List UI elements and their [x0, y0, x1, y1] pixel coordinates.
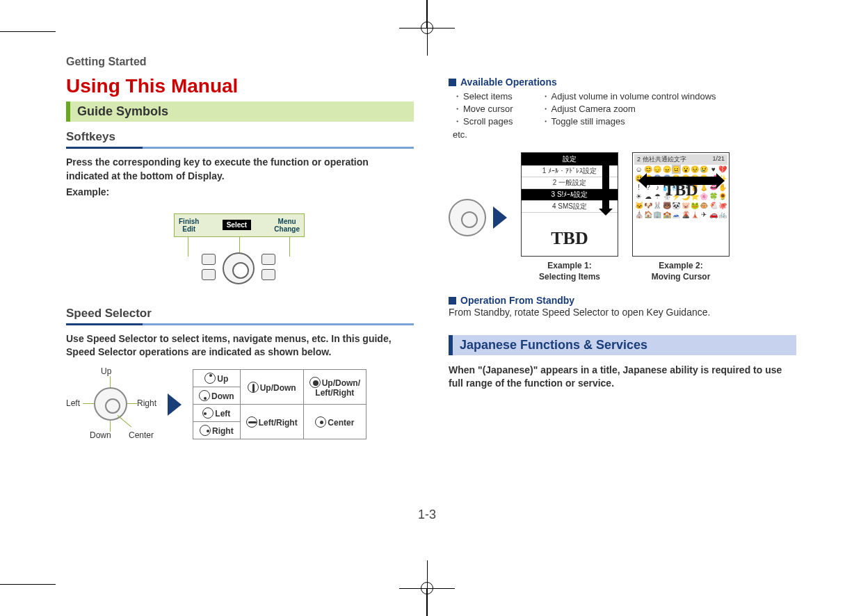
- selector-key-table: Up Up/Down Up/Down/ Left/Right Down Left…: [193, 369, 366, 439]
- japanese-functions-header: Japanese Functions & Services: [449, 335, 796, 355]
- registration-mark-bottom: [399, 560, 455, 616]
- dpad-up-icon: [204, 373, 216, 384]
- key-all: Up/Down/ Left/Right: [303, 370, 366, 405]
- key-down: Down: [193, 387, 241, 405]
- softkeys-illustration: Finish Edit Select Menu Change: [139, 204, 341, 294]
- selector-diagram: Up Down Left Right Center: [66, 366, 156, 443]
- list-item: Move cursor: [453, 103, 513, 115]
- example-1-caption: Example 1: Selecting Items: [521, 261, 618, 282]
- tbd-watermark: TBD: [522, 228, 618, 249]
- example-label: Example:: [66, 186, 414, 200]
- leader-line: [110, 421, 111, 432]
- dpad-with-arrow: [449, 199, 507, 236]
- dpad-center-icon: [315, 416, 326, 428]
- softkey-right: Menu Change: [274, 218, 300, 233]
- leader-line: [127, 403, 138, 404]
- camera-button-icon: [261, 269, 275, 280]
- dpad-icon: [449, 199, 486, 236]
- up-down-arrow-icon: [602, 165, 609, 209]
- leader-line: [83, 403, 94, 404]
- center-gutter-line: [426, 588, 427, 616]
- operation-from-standby-body: From Standby, rotate Speed Selector to o…: [449, 306, 796, 320]
- label-right: Right: [137, 398, 156, 408]
- list-item: Scroll pages: [453, 115, 513, 128]
- heading-underline: [66, 323, 414, 325]
- crop-mark: [0, 584, 56, 585]
- available-operations-heading: Available Operations: [449, 76, 796, 88]
- page-content: Getting Started Using This Manual Guide …: [66, 56, 796, 443]
- list-item: Adjust Camera zoom: [541, 103, 716, 115]
- softkey-center: Select: [223, 220, 251, 230]
- leader-line: [110, 376, 111, 387]
- label-center: Center: [129, 430, 154, 440]
- key-center: Center: [303, 405, 366, 439]
- softkeys-heading: Softkeys: [66, 130, 414, 144]
- yahoo-button-icon: [261, 254, 275, 265]
- left-column: Getting Started Using This Manual Guide …: [66, 56, 414, 443]
- label-left: Left: [66, 398, 80, 408]
- bullet-square-icon: [449, 79, 456, 86]
- tbd-watermark: TBD: [633, 181, 729, 200]
- speed-selector-heading: Speed Selector: [66, 307, 414, 321]
- key-up: Up: [193, 370, 241, 387]
- list-item: Toggle still images: [541, 115, 716, 128]
- arrow-right-icon: [493, 206, 507, 229]
- phone-screen-1: 設定 1 ﾒｰﾙ・ｱﾄﾞﾚｽ設定 2 一般設定 3 S!ﾒｰﾙ設定 4 SMS設…: [521, 152, 618, 257]
- registration-mark-top: [399, 0, 455, 56]
- mail-button-icon: [202, 254, 216, 265]
- crop-mark: [0, 31, 56, 32]
- leader-line: [239, 237, 240, 252]
- dpad-right-icon: [200, 425, 211, 436]
- tv-button-icon: [202, 269, 216, 280]
- key-right: Right: [193, 422, 241, 439]
- key-updown: Up/Down: [240, 370, 303, 405]
- example-2-caption: Example 2: Moving Cursor: [632, 261, 730, 282]
- japanese-functions-body: When "(Japanese)" appears in a title, Ja…: [449, 364, 796, 391]
- operation-from-standby-heading: Operation From Standby: [449, 295, 796, 306]
- center-gutter-line: [426, 0, 427, 28]
- guide-symbols-header: Guide Symbols: [66, 102, 414, 122]
- leader-line: [188, 237, 188, 257]
- dpad-leftright-icon: [246, 416, 257, 428]
- list-item: Select items: [453, 90, 513, 103]
- dpad-icon: [94, 387, 127, 421]
- section-title: Using This Manual: [66, 75, 414, 97]
- leader-line: [289, 237, 290, 257]
- softkey-right-top: Menu: [274, 218, 300, 225]
- list-item: Adjust volume in volume control windows: [541, 90, 716, 103]
- ops-col-1: Select items Move cursor Scroll pages: [453, 90, 513, 128]
- page-number: 1-3: [418, 508, 436, 522]
- heading-underline: [66, 147, 414, 149]
- softkeys-lead: Press the corresponding key to execute t…: [66, 156, 414, 183]
- speed-selector-illustration: Up Down Left Right Center Up Up/Down Up/…: [66, 366, 414, 443]
- dpad-down-icon: [199, 390, 210, 401]
- phone-screen-2: 2 他社共通絵文字 1/21 ☺😊😞😠😐😮😣😢♥💔 😃😄😨😰😌😔😉😜💕✨ !?♪…: [632, 152, 730, 257]
- softkey-right-bottom: Change: [274, 225, 300, 233]
- leader-line: [118, 415, 132, 427]
- label-down: Down: [90, 430, 111, 440]
- dpad-all-icon: [309, 377, 321, 388]
- emoji-header-left: 2 他社共通絵文字: [637, 155, 686, 164]
- emoji-header: 2 他社共通絵文字 1/21: [634, 154, 727, 165]
- etc-text: etc.: [453, 129, 796, 140]
- arrow-right-icon: [168, 394, 182, 416]
- softkey-left-top: Finish: [179, 218, 199, 225]
- softkey-left-bottom: Edit: [179, 225, 199, 233]
- examples-row: 設定 1 ﾒｰﾙ・ｱﾄﾞﾚｽ設定 2 一般設定 3 S!ﾒｰﾙ設定 4 SMS設…: [449, 152, 796, 282]
- dpad-icon: [223, 252, 255, 284]
- ops-col-2: Adjust volume in volume control windows …: [541, 90, 716, 128]
- breadcrumb: Getting Started: [66, 56, 414, 68]
- dpad-left-icon: [202, 407, 214, 419]
- speed-selector-lead: Use Speed Selector to select items, navi…: [66, 332, 414, 359]
- operations-list: Select items Move cursor Scroll pages Ad…: [453, 90, 796, 128]
- dpad-updown-icon: [248, 382, 259, 393]
- right-column: Available Operations Select items Move c…: [449, 56, 796, 443]
- key-left: Left: [193, 405, 241, 422]
- label-up: Up: [101, 366, 111, 376]
- softkey-left: Finish Edit: [179, 218, 199, 233]
- example-1-block: 設定 1 ﾒｰﾙ・ｱﾄﾞﾚｽ設定 2 一般設定 3 S!ﾒｰﾙ設定 4 SMS設…: [521, 152, 618, 282]
- softkey-bar: Finish Edit Select Menu Change: [174, 213, 305, 237]
- bullet-square-icon: [449, 297, 456, 305]
- example-2-block: 2 他社共通絵文字 1/21 ☺😊😞😠😐😮😣😢♥💔 😃😄😨😰😌😔😉😜💕✨ !?♪…: [632, 152, 730, 282]
- emoji-header-right: 1/21: [712, 155, 725, 164]
